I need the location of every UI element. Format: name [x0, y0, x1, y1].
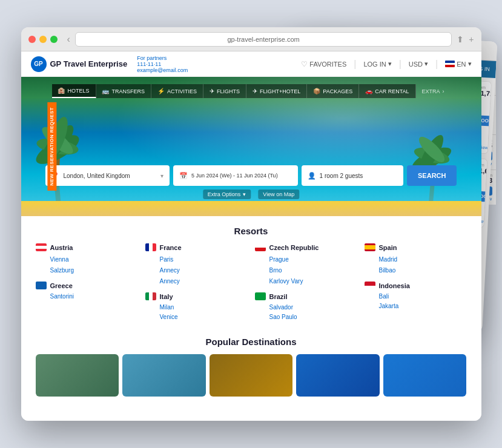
back-button[interactable]: ‹ [67, 34, 70, 45]
flag-icon [445, 61, 455, 67]
sand-overlay [21, 201, 481, 216]
resort-col-1: Austria Vienna Salzburg Greece Santorini [36, 243, 138, 322]
address-bar[interactable]: gp-travel-enterprise.com [75, 32, 452, 47]
resort-country-czech: Czech Republic [255, 243, 357, 251]
main-browser-window: ‹ gp-travel-enterprise.com ⬆ + GP GP Tra… [21, 27, 481, 421]
hotels-tab-icon: 🏨 [58, 87, 65, 94]
dates-field[interactable]: 📅 5 Jun 2024 (We) - 11 Jun 2024 (Tu) [173, 165, 298, 186]
nav-divider-2: | [399, 59, 401, 70]
tl-minimize[interactable] [39, 36, 47, 43]
top-nav: GP GP Travel Enterprise For partners 111… [21, 51, 481, 77]
tab-flight-hotel[interactable]: ✈ FLIGHT+HOTEL [246, 84, 307, 98]
search-button[interactable]: SEARCH [407, 165, 457, 186]
popular-item-3[interactable] [210, 354, 293, 397]
tab-activities[interactable]: ⚡ ACTIVITIES [151, 84, 203, 98]
logo-area: GP GP Travel Enterprise [31, 56, 128, 72]
activities-tab-icon: ⚡ [157, 88, 165, 94]
heart-icon: ♡ [301, 60, 308, 68]
tab-transfers[interactable]: 🚌 TRANSFERS [96, 84, 151, 98]
popular-section: Popular Destinations [21, 332, 481, 397]
browser-chrome: ‹ gp-travel-enterprise.com ⬆ + [21, 27, 481, 51]
resorts-grid: Austria Vienna Salzburg Greece Santorini [36, 243, 467, 322]
new-tab-icon[interactable]: + [469, 35, 474, 44]
nav-divider-3: | [435, 59, 438, 70]
website-content: GP GP Travel Enterprise For partners 111… [21, 51, 481, 421]
currency-selector[interactable]: USD ▾ [409, 60, 428, 68]
hero-section: NEW RESERVATION REQUEST 🏨 HOTELS 🚌 TRANS… [21, 77, 481, 216]
login-chevron: ▾ [388, 60, 392, 68]
resort-country-austria: Austria [36, 243, 138, 251]
popular-item-1[interactable] [36, 354, 119, 397]
popular-bg-5 [383, 354, 467, 397]
guests-field[interactable]: 👤 1 room 2 guests [302, 165, 403, 186]
resort-city-santorini[interactable]: Santorini [36, 292, 138, 301]
logo-text: GP Travel Enterprise [50, 59, 128, 68]
resort-city-karlovy[interactable]: Karlovy Vary [255, 277, 357, 286]
resorts-title: Resorts [36, 226, 467, 236]
calendar-icon: 📅 [179, 172, 188, 180]
resort-country-france: France [145, 243, 248, 251]
extra-options-bar: Extra Options ▾ View on Map [203, 189, 299, 199]
new-reservation-badge[interactable]: NEW RESERVATION REQUEST [47, 102, 56, 191]
popular-title: Popular Destinations [36, 337, 467, 347]
resort-city-paris[interactable]: Paris [145, 255, 248, 265]
nav-divider-1: | [354, 59, 356, 70]
resort-city-jakarta[interactable]: Jakarta [365, 301, 467, 311]
flag-austria [36, 243, 47, 251]
resort-city-madrid[interactable]: Madrid [365, 255, 467, 265]
resort-city-venice[interactable]: Venice [145, 312, 248, 322]
resort-city-salvador[interactable]: Salvador [255, 303, 357, 312]
popular-bg-2 [122, 354, 206, 397]
view-chevron-4: ∨ [489, 197, 492, 202]
resort-city-annecy2[interactable]: Annecy [145, 277, 248, 286]
tab-car-rental[interactable]: 🚗 CAR RENTAL [359, 84, 415, 98]
resort-city-annecy[interactable]: Annecy [145, 266, 248, 275]
tl-maximize[interactable] [50, 36, 58, 43]
resort-city-vienna[interactable]: Vienna [36, 255, 138, 265]
resort-col-3: Czech Republic Prague Brno Karlovy Vary … [255, 243, 357, 322]
resort-city-salzburg[interactable]: Salzburg [36, 266, 138, 275]
popular-item-5[interactable] [383, 354, 467, 397]
popular-item-2[interactable] [122, 354, 206, 397]
tab-flights[interactable]: ✈ FLIGHTS [203, 84, 246, 98]
favorites-nav-item[interactable]: ♡ FAVORITES [301, 60, 346, 68]
extra-chevron-icon: › [443, 88, 444, 94]
share-icon[interactable]: ⬆ [457, 35, 464, 44]
resort-col-4: Spain Madrid Bilbao Indonesia Bali Jakar… [365, 243, 467, 322]
flights-tab-icon: ✈ [210, 88, 214, 94]
car-rental-tab-icon: 🚗 [365, 88, 372, 94]
flag-greece [36, 282, 47, 289]
view-on-map-btn[interactable]: View on Map [258, 189, 299, 199]
currency-chevron: ▾ [424, 60, 428, 68]
tab-extra[interactable]: EXTRA › [416, 84, 451, 98]
search-form: 📍 London, United Kingdom ▾ 📅 5 Jun 2024 … [45, 165, 457, 186]
extra-options-chevron: ▾ [243, 191, 246, 197]
login-nav-item[interactable]: LOG IN ▾ [363, 60, 391, 68]
app-wrapper: ♡ FAVORITES LOG IN Name ∧ Availabili [0, 0, 502, 448]
extra-options-btn[interactable]: Extra Options ▾ [203, 189, 251, 199]
tab-packages[interactable]: 📦 PACKAGES [307, 84, 359, 98]
popular-bg-1 [36, 354, 119, 397]
packages-tab-icon: 📦 [313, 88, 320, 94]
search-tabs: 🏨 HOTELS 🚌 TRANSFERS ⚡ ACTIVITIES ✈ FLIG… [51, 84, 450, 98]
flag-indonesia [365, 282, 375, 289]
tl-close[interactable] [28, 36, 36, 43]
traffic-lights [28, 36, 58, 43]
resorts-section: Resorts Austria Vienna Salzburg [21, 216, 481, 332]
resort-col-2: France Paris Annecy Annecy Italy Milan V… [145, 243, 248, 322]
resort-country-greece: Greece Santorini [36, 282, 138, 301]
resort-city-prague[interactable]: Prague [255, 255, 357, 265]
transfers-tab-icon: 🚌 [102, 88, 109, 94]
language-selector[interactable]: EN ▾ [445, 60, 471, 68]
location-field[interactable]: 📍 London, United Kingdom ▾ [45, 165, 170, 186]
resort-city-milan[interactable]: Milan [145, 303, 248, 312]
popular-bg-4 [296, 354, 380, 397]
tab-hotels[interactable]: 🏨 HOTELS [51, 84, 96, 98]
location-chevron: ▾ [160, 173, 163, 179]
resort-city-bilbao[interactable]: Bilbao [365, 266, 467, 275]
popular-item-4[interactable] [296, 354, 380, 397]
resort-city-brno[interactable]: Brno [255, 266, 357, 275]
resort-country-spain: Spain [365, 243, 467, 251]
resort-city-bali[interactable]: Bali [365, 292, 467, 301]
resort-city-sao-paulo[interactable]: Sao Paulo [255, 312, 357, 322]
